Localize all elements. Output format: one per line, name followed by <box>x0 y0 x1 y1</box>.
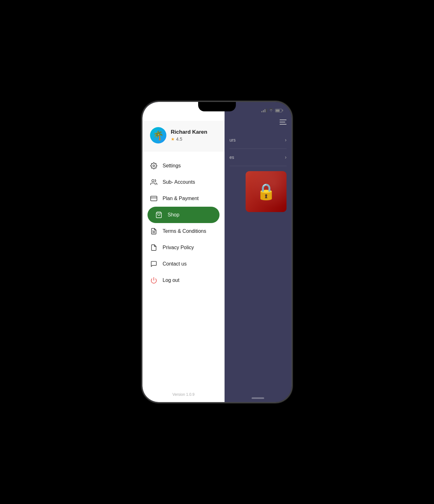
lock-emoji: 🔒 <box>256 182 276 201</box>
drawer-nav: Settings Sub- Accounts <box>142 151 225 386</box>
drawer-header: 🌴 Richard Karen ★ 4.5 <box>142 121 225 151</box>
power-icon <box>150 277 158 284</box>
terms-label: Terms & Conditions <box>163 228 206 234</box>
logout-label: Log out <box>163 277 179 283</box>
hamburger-button[interactable] <box>280 120 287 125</box>
user-name: Richard Karen <box>171 129 207 135</box>
menu-item-plan-payment[interactable]: Plan & Payment <box>142 190 225 207</box>
drawer-footer: Version 1.0.9 <box>142 386 225 402</box>
app-header <box>225 116 292 128</box>
menu-item-shop[interactable]: Shop <box>147 207 220 223</box>
lock-image: 🔒 <box>246 171 287 212</box>
menu-item-settings[interactable]: Settings <box>142 158 225 174</box>
star-icon: ★ <box>171 137 175 142</box>
home-indicator <box>252 397 264 399</box>
user-details: Richard Karen ★ 4.5 <box>171 129 207 142</box>
file-icon <box>150 244 158 251</box>
sub-accounts-label: Sub- Accounts <box>163 179 195 185</box>
user-info: 🌴 Richard Karen ★ 4.5 <box>150 127 217 143</box>
rating-value: 4.5 <box>176 137 182 142</box>
menu-item-logout[interactable]: Log out <box>142 272 225 288</box>
phone-wrapper: 🌴 Richard Karen ★ 4.5 <box>142 101 292 403</box>
settings-label: Settings <box>163 163 181 169</box>
notch <box>198 102 236 111</box>
menu-item-privacy[interactable]: Privacy Policy <box>142 239 225 256</box>
privacy-label: Privacy Policy <box>163 245 194 250</box>
phone-frame: 🌴 Richard Karen ★ 4.5 <box>142 101 292 403</box>
app-item-1[interactable]: urs › <box>230 132 287 149</box>
chat-icon <box>150 260 158 268</box>
avatar: 🌴 <box>150 127 166 143</box>
plan-payment-label: Plan & Payment <box>163 196 199 201</box>
avatar-emoji: 🌴 <box>153 130 164 141</box>
app-background: urs › es › 🔒 <box>225 102 292 402</box>
hamburger-line-2 <box>280 122 285 122</box>
card-icon <box>150 195 158 202</box>
bag-icon <box>155 211 163 219</box>
app-item-2-text: es <box>230 155 234 160</box>
menu-item-contact[interactable]: Contact us <box>142 256 225 272</box>
shop-label: Shop <box>168 212 179 218</box>
svg-rect-2 <box>151 196 157 201</box>
app-item-1-text: urs <box>230 137 236 143</box>
user-rating: ★ 4.5 <box>171 137 207 142</box>
svg-point-1 <box>152 180 154 182</box>
hamburger-line-3 <box>280 124 287 125</box>
drawer-menu: 🌴 Richard Karen ★ 4.5 <box>142 102 225 402</box>
hamburger-line-1 <box>280 120 287 120</box>
phone-screen: 🌴 Richard Karen ★ 4.5 <box>142 102 292 402</box>
chevron-right-icon-1: › <box>285 137 287 143</box>
app-item-2[interactable]: es › <box>230 149 287 166</box>
svg-point-0 <box>153 165 155 167</box>
menu-item-terms[interactable]: Terms & Conditions <box>142 223 225 239</box>
chevron-right-icon-2: › <box>285 154 287 160</box>
contact-label: Contact us <box>163 261 186 267</box>
version-text: Version 1.0.9 <box>172 392 194 397</box>
app-content: urs › es › 🔒 <box>225 128 292 394</box>
menu-item-sub-accounts[interactable]: Sub- Accounts <box>142 174 225 190</box>
people-icon <box>150 178 158 186</box>
bottom-indicator <box>225 394 292 402</box>
document-icon <box>150 227 158 235</box>
gear-icon <box>150 162 158 170</box>
